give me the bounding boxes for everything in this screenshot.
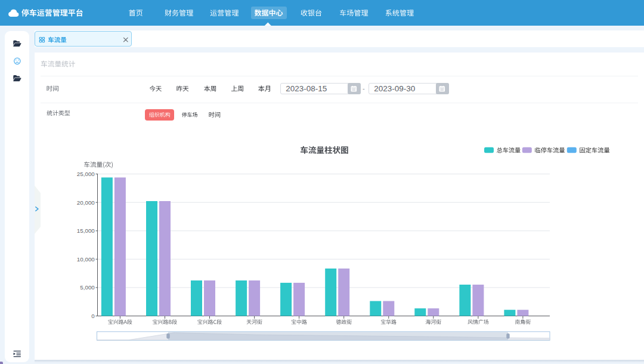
svg-text:5,000: 5,000 [80,284,95,291]
svg-text:15,000: 15,000 [77,227,95,234]
svg-text:20,000: 20,000 [77,199,95,206]
svg-text:0: 0 [91,313,95,319]
svg-text:2023-08-15: 2023-08-15 [286,84,327,93]
svg-text:10,000: 10,000 [77,256,95,263]
svg-text:2023-09-30: 2023-09-30 [374,84,415,93]
svg-text:25,000: 25,000 [77,171,95,177]
svg-text:-: - [363,85,365,92]
